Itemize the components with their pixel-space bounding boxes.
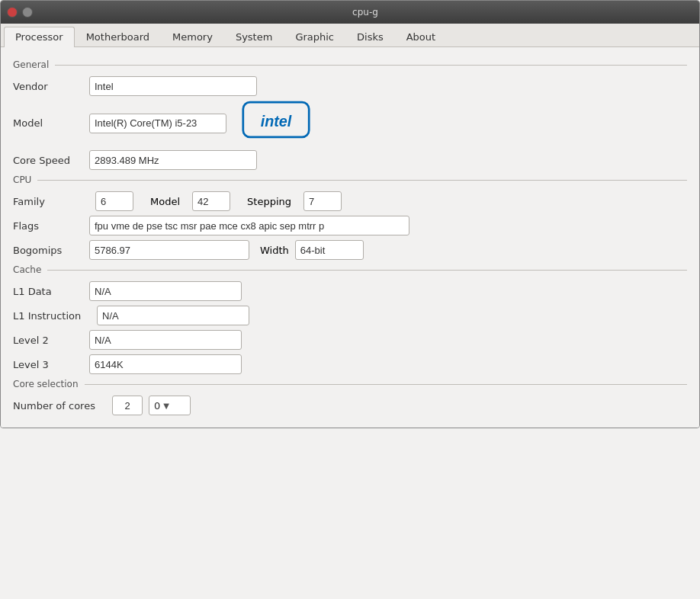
level3-row: Level 3 [13,354,687,374]
cpu-section-title: CPU [13,175,687,185]
l1instruction-row: L1 Instruction [13,306,687,325]
core-dropdown-value: 0 [154,400,160,412]
l1instruction-label: L1 Instruction [13,310,97,322]
family-label: Family [13,196,89,207]
bogomips-input[interactable] [89,240,249,260]
level2-input[interactable] [89,330,242,350]
width-input[interactable] [295,240,364,260]
tab-motherboard[interactable]: Motherboard [75,27,161,46]
num-cores-label: Number of cores [13,400,112,412]
num-cores-input[interactable] [112,396,143,415]
l1data-input[interactable] [89,281,242,301]
tab-bar: Processor Motherboard Memory System Grap… [1,24,699,47]
num-cores-row: Number of cores 0 ▼ [13,396,687,415]
flags-row: Flags [13,216,687,235]
family-input[interactable] [95,191,133,211]
tab-disks[interactable]: Disks [345,27,395,46]
general-section-title: General [13,59,687,70]
main-window: cpu-g Processor Motherboard Memory Syste… [0,0,700,428]
vendor-input[interactable] [89,76,257,96]
intel-logo: intel [242,101,310,141]
flags-label: Flags [13,220,89,232]
tab-processor[interactable]: Processor [4,27,75,47]
bogomips-label: Bogomips [13,245,89,256]
core-selection-title: Core selection [13,379,687,389]
svg-text:intel: intel [261,113,292,130]
cache-section-title: Cache [13,264,687,275]
minimize-button[interactable] [22,7,33,18]
level2-label: Level 2 [13,335,89,346]
dropdown-arrow-icon: ▼ [163,402,169,410]
tab-about[interactable]: About [395,27,447,46]
tab-system[interactable]: System [224,27,284,46]
level3-label: Level 3 [13,359,89,370]
l1data-row: L1 Data [13,281,687,301]
stepping-input[interactable] [303,191,342,211]
vendor-row: Vendor [13,76,687,96]
width-label: Width [260,245,289,256]
model-input[interactable] [89,114,226,133]
core-speed-label: Core Speed [13,155,89,166]
core-speed-input[interactable] [89,150,257,170]
stepping-label: Stepping [247,196,291,207]
core-speed-row: Core Speed [13,150,687,170]
family-row: Family Model Stepping [13,191,687,211]
window-title: cpu-g [37,7,693,18]
core-dropdown[interactable]: 0 ▼ [149,396,191,415]
model-row: Model intel [13,101,687,146]
level2-row: Level 2 [13,330,687,350]
l1data-label: L1 Data [13,286,89,297]
model-label: Model [13,117,89,129]
cpu-model-input[interactable] [192,191,230,211]
l1instruction-input[interactable] [97,306,249,325]
vendor-label: Vendor [13,81,89,92]
content-area: General Vendor Model intel Core Speed [1,47,699,428]
bogomips-row: Bogomips Width [13,240,687,260]
level3-input[interactable] [89,354,242,374]
close-button[interactable] [7,7,18,18]
tab-memory[interactable]: Memory [161,27,224,46]
flags-input[interactable] [89,216,409,235]
title-bar: cpu-g [1,1,699,24]
model-cpu-label: Model [150,196,180,207]
tab-graphic[interactable]: Graphic [284,27,345,46]
